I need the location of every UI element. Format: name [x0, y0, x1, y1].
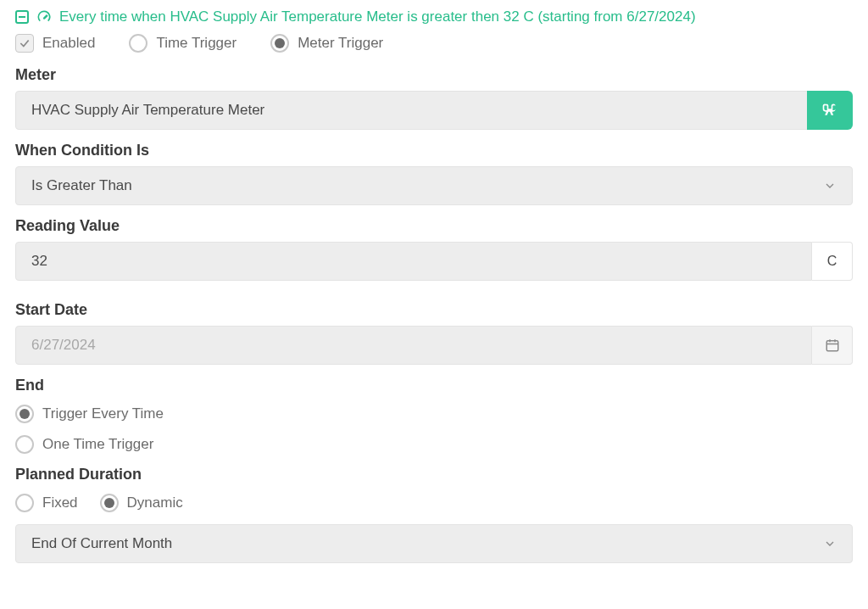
reading-input[interactable]: 32 [15, 242, 812, 281]
reading-input-row: 32 C [15, 242, 853, 281]
meter-label: Meter [15, 66, 853, 84]
time-trigger-option[interactable]: Time Trigger [129, 34, 236, 53]
gauge-icon [36, 8, 53, 25]
calendar-button[interactable] [812, 326, 853, 365]
reading-unit: C [812, 242, 853, 281]
planned-dynamic-option[interactable]: Dynamic [100, 494, 183, 512]
end-once-label: One Time Trigger [42, 436, 153, 453]
condition-value: Is Greater Than [31, 177, 132, 194]
meter-lookup-button[interactable] [807, 91, 853, 130]
collapse-icon[interactable] [15, 10, 29, 24]
meter-input-row: HVAC Supply Air Temperature Meter [15, 91, 853, 130]
enabled-checkbox[interactable] [15, 34, 34, 53]
planned-dynamic-radio[interactable] [100, 494, 119, 512]
start-date-row: 6/27/2024 [15, 326, 853, 365]
trigger-options-row: Enabled Time Trigger Meter Trigger [15, 34, 853, 53]
planned-fixed-label: Fixed [42, 494, 78, 511]
chevron-down-icon [823, 179, 837, 193]
planned-duration-select[interactable]: End Of Current Month [15, 524, 853, 563]
end-once-option[interactable]: One Time Trigger [15, 435, 853, 454]
enabled-option[interactable]: Enabled [15, 34, 95, 53]
svg-rect-0 [826, 341, 838, 351]
end-options: Trigger Every Time One Time Trigger [15, 405, 853, 454]
planned-duration-value: End Of Current Month [31, 535, 172, 552]
time-trigger-radio[interactable] [129, 34, 147, 53]
end-every-option[interactable]: Trigger Every Time [15, 405, 853, 423]
start-date-label: Start Date [15, 301, 853, 319]
start-date-input[interactable]: 6/27/2024 [15, 326, 812, 365]
meter-trigger-option[interactable]: Meter Trigger [270, 34, 383, 53]
reading-label: Reading Value [15, 217, 853, 235]
condition-label: When Condition Is [15, 142, 853, 159]
planned-fixed-radio[interactable] [15, 494, 34, 512]
chevron-down-icon [823, 537, 837, 550]
condition-select[interactable]: Is Greater Than [15, 166, 853, 205]
end-every-radio[interactable] [15, 405, 34, 423]
trigger-title: Every time when HVAC Supply Air Temperat… [59, 8, 696, 25]
end-once-radio[interactable] [15, 435, 34, 454]
enabled-label: Enabled [42, 35, 95, 52]
planned-dynamic-label: Dynamic [127, 494, 183, 511]
end-label: End [15, 377, 853, 394]
planned-fixed-option[interactable]: Fixed [15, 494, 78, 512]
trigger-header: Every time when HVAC Supply Air Temperat… [15, 8, 853, 25]
meter-trigger-radio[interactable] [270, 34, 289, 53]
meter-trigger-label: Meter Trigger [298, 35, 383, 52]
meter-input[interactable]: HVAC Supply Air Temperature Meter [15, 91, 810, 130]
time-trigger-label: Time Trigger [156, 35, 236, 52]
planned-duration-label: Planned Duration [15, 466, 853, 483]
planned-duration-options: Fixed Dynamic [15, 494, 853, 512]
end-every-label: Trigger Every Time [42, 405, 164, 422]
